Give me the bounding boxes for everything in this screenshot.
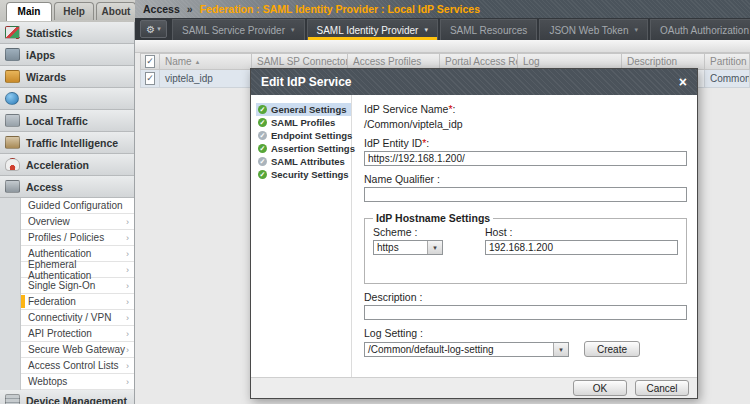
tab-label: OAuth Authorization Server — [660, 25, 750, 36]
menu-item-security-settings[interactable]: ✓ Security Settings — [256, 168, 351, 181]
description-label: Description : — [364, 291, 687, 303]
chevron-down-icon: ▾ — [424, 26, 428, 34]
subitem-label: Single Sign-On — [28, 280, 95, 291]
local-traffic-icon — [5, 114, 20, 127]
menu-item-general-settings[interactable]: ✓ General Settings — [256, 103, 351, 116]
sidebar-subitem-federation[interactable]: Federation › — [21, 294, 134, 310]
sidebar-subitem-profiles-policies[interactable]: Profiles / Policies › — [21, 230, 134, 246]
sidebar-subitem-webtops[interactable]: Webtops › — [21, 374, 134, 390]
sidebar-subitem-single-sign-on[interactable]: Single Sign-On › — [21, 278, 134, 294]
column-label: Partition — [710, 56, 747, 67]
tab-help[interactable]: Help — [54, 2, 94, 20]
menu-item-saml-profiles[interactable]: ✓ SAML Profiles — [256, 116, 351, 129]
sidebar-subitem-guided-configuration[interactable]: Guided Configuration — [21, 198, 134, 214]
gear-icon: ⚙ — [146, 24, 155, 35]
sidebar-subitem-secure-web-gateway[interactable]: Secure Web Gateway › — [21, 342, 134, 358]
sidebar-item-traffic-intelligence[interactable]: Traffic Intelligence — [0, 132, 134, 154]
sidebar-item-access[interactable]: Access — [0, 176, 134, 198]
sidebar-subitem-api-protection[interactable]: API Protection › — [21, 326, 134, 342]
menu-item-endpoint-settings[interactable]: ✓ Endpoint Settings — [256, 129, 351, 142]
create-button[interactable]: Create — [584, 341, 640, 357]
chevron-down-icon: ▾ — [291, 26, 295, 34]
statistics-icon — [5, 26, 20, 39]
idp-service-name-label: IdP Service Name*: — [364, 103, 687, 115]
sidebar-subitem-connectivity-vpn[interactable]: Connectivity / VPN › — [21, 310, 134, 326]
scheme-select[interactable]: https ▾ — [373, 240, 443, 255]
log-setting-selected-value: /Common/default-log-setting — [365, 343, 553, 356]
sidebar-item-wizards[interactable]: Wizards — [0, 66, 134, 88]
name-qualifier-label: Name Qualifier : — [364, 173, 687, 185]
close-icon[interactable]: × — [679, 75, 687, 89]
sidebar-item-iapps[interactable]: iApps — [0, 44, 134, 66]
name-qualifier-input[interactable] — [364, 187, 687, 202]
column-label: SAML SP Connectors — [257, 56, 348, 67]
tab-saml-identity-provider[interactable]: SAML Identity Provider ▾ — [307, 19, 438, 40]
chevron-down-icon: ▾ — [157, 25, 161, 33]
row-checkbox[interactable]: ✓ — [145, 72, 155, 85]
column-label: Access Profiles — [353, 56, 421, 67]
sidebar-subitem-ephemeral-authentication[interactable]: Ephemeral Authentication › — [21, 262, 134, 278]
idp-service-name-link[interactable]: viptela_idp — [165, 73, 213, 84]
log-setting-select[interactable]: /Common/default-log-setting ▾ — [364, 342, 569, 357]
menu-item-assertion-settings[interactable]: ✓ Assertion Settings — [256, 142, 351, 155]
chevron-right-icon: › — [126, 313, 129, 323]
menu-item-label: SAML Profiles — [271, 117, 335, 128]
subitem-label: Federation — [28, 296, 76, 307]
menu-item-saml-attributes[interactable]: ✓ SAML Attributes — [256, 155, 351, 168]
gray-status-icon: ✓ — [258, 157, 267, 166]
tab-about[interactable]: About — [96, 2, 136, 20]
cancel-button[interactable]: Cancel — [635, 380, 689, 396]
tab-label: SAML Identity Provider — [317, 25, 419, 36]
scheme-label: Scheme : — [373, 226, 443, 238]
chevron-right-icon: › — [126, 361, 129, 371]
menu-item-label: General Settings — [271, 104, 347, 115]
tab-label: JSON Web Token — [549, 25, 628, 36]
federation-tab-bar: ⚙ ▾ SAML Service Provider ▾ SAML Identit… — [135, 18, 750, 40]
sidebar-item-acceleration[interactable]: Acceleration — [0, 154, 134, 176]
column-header-name[interactable]: Name ▴ — [160, 53, 252, 70]
sidebar-item-label: Acceleration — [26, 159, 89, 171]
tab-json-web-token[interactable]: JSON Web Token ▾ — [539, 19, 648, 40]
main-navigation-sidebar: Statistics iApps Wizards DNS Local Traff… — [0, 22, 135, 404]
tab-saml-service-provider[interactable]: SAML Service Provider ▾ — [172, 19, 305, 40]
breadcrumb-root[interactable]: Access — [143, 3, 180, 15]
sidebar-item-label: Access — [26, 181, 63, 193]
device-management-icon — [5, 394, 20, 404]
tab-main[interactable]: Main — [6, 2, 52, 21]
dialog-title: Edit IdP Service — [261, 75, 352, 89]
sidebar-subitem-overview[interactable]: Overview › — [21, 214, 134, 230]
log-setting-label: Log Setting : — [364, 327, 687, 339]
idp-hostname-settings-legend: IdP Hostname Settings — [373, 212, 493, 224]
label-colon: : — [453, 103, 456, 115]
partition-value: Common — [710, 73, 750, 84]
tab-saml-resources[interactable]: SAML Resources — [440, 19, 537, 40]
chevron-right-icon: › — [126, 345, 129, 355]
sidebar-item-local-traffic[interactable]: Local Traffic — [0, 110, 134, 132]
access-submenu: Guided Configuration Overview › Profiles… — [20, 198, 134, 390]
description-input[interactable] — [364, 305, 687, 320]
sidebar-item-device-management[interactable]: Device Management — [0, 390, 134, 404]
column-label: Portal Access Resources — [445, 56, 518, 67]
idp-entity-id-input[interactable] — [364, 151, 687, 166]
acceleration-gauge-icon — [5, 158, 20, 171]
green-check-icon: ✓ — [258, 105, 267, 114]
tab-oauth-authorization-server[interactable]: OAuth Authorization Server ▾ — [650, 19, 750, 40]
chevron-right-icon: › — [126, 265, 129, 275]
sidebar-item-label: Local Traffic — [26, 115, 88, 127]
sidebar-item-dns[interactable]: DNS — [0, 88, 134, 110]
row-name-cell[interactable]: viptela_idp — [160, 70, 252, 88]
label-text: IdP Entity ID — [364, 137, 422, 149]
chevron-right-icon: › — [126, 217, 129, 227]
sidebar-item-label: DNS — [25, 93, 47, 105]
sidebar-item-statistics[interactable]: Statistics — [0, 22, 134, 44]
select-all-checkbox[interactable]: ✓ — [145, 55, 155, 68]
iapps-icon — [5, 48, 20, 61]
sidebar-item-label: iApps — [26, 49, 55, 61]
ok-button[interactable]: OK — [573, 380, 627, 396]
subitem-label: Webtops — [28, 376, 67, 387]
host-input[interactable] — [485, 240, 678, 255]
gear-menu-button[interactable]: ⚙ ▾ — [140, 20, 167, 38]
sidebar-subitem-access-control-lists[interactable]: Access Control Lists › — [21, 358, 134, 374]
idp-service-name-value: /Common/viptela_idp — [364, 118, 687, 130]
tab-label: SAML Resources — [450, 25, 527, 36]
